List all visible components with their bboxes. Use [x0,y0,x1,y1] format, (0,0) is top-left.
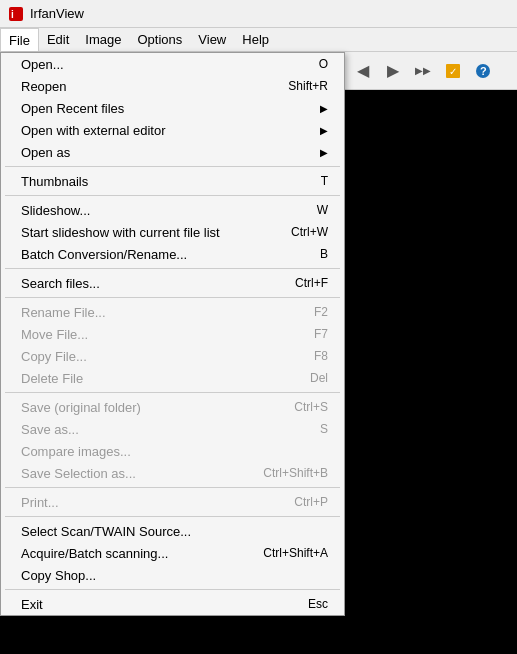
menu-separator-13 [5,297,340,298]
menu-item-print---: Print...Ctrl+P [1,491,344,513]
menu-item-reopen[interactable]: ReopenShift+R [1,75,344,97]
menu-item-label: Copy Shop... [21,568,328,583]
menu-item-compare-images---: Compare images... [1,440,344,462]
menu-image[interactable]: Image [77,28,129,51]
help-icon[interactable]: ? [469,57,497,85]
menu-item-label: Batch Conversion/Rename... [21,247,300,262]
menu-item-shortcut: S [320,422,328,436]
menu-item-label: Delete File [21,371,290,386]
menu-item-label: Slideshow... [21,203,297,218]
menu-item-label: Start slideshow with current file list [21,225,271,240]
menu-item-shortcut: Ctrl+Shift+B [263,466,328,480]
menu-item-label: Thumbnails [21,174,301,189]
menu-separator-5 [5,166,340,167]
menu-bar: File Edit Image Options View Help [0,28,517,52]
menu-item-shortcut: W [317,203,328,217]
menu-file[interactable]: File [0,28,39,51]
menu-item-label: Move File... [21,327,294,342]
menu-help[interactable]: Help [234,28,277,51]
file-dropdown-menu: Open...OReopenShift+ROpen Recent files▶O… [0,52,345,616]
menu-item-label: Exit [21,597,288,612]
app-title: IrfanView [30,6,84,21]
menu-item-open-recent-files[interactable]: Open Recent files▶ [1,97,344,119]
menu-item-move-file---: Move File...F7 [1,323,344,345]
bookmark-icon[interactable]: ✓ [439,57,467,85]
next2-icon[interactable]: ▶▶ [409,57,437,85]
menu-edit[interactable]: Edit [39,28,77,51]
menu-item-label: Open as [21,145,312,160]
menu-item-start-slideshow-with-current-file-list[interactable]: Start slideshow with current file listCt… [1,221,344,243]
menu-item-label: Open Recent files [21,101,312,116]
menu-item-slideshow---[interactable]: Slideshow...W [1,199,344,221]
menu-item-label: Save Selection as... [21,466,243,481]
menu-separator-7 [5,195,340,196]
menu-item-shortcut: F2 [314,305,328,319]
menu-separator-18 [5,392,340,393]
menu-item-save--original-folder-: Save (original folder)Ctrl+S [1,396,344,418]
menu-item-shortcut: F8 [314,349,328,363]
menu-item-label: Select Scan/TWAIN Source... [21,524,328,539]
menu-item-save-as---: Save as...S [1,418,344,440]
menu-separator-29 [5,589,340,590]
menu-item-open-with-external-editor[interactable]: Open with external editor▶ [1,119,344,141]
menu-item-arrow-icon: ▶ [320,147,328,158]
menu-item-label: Save as... [21,422,300,437]
menu-item-shortcut: Ctrl+Shift+A [263,546,328,560]
menu-item-thumbnails[interactable]: ThumbnailsT [1,170,344,192]
app-icon: i [8,6,24,22]
menu-item-shortcut: Del [310,371,328,385]
next-icon[interactable]: ▶ [379,57,407,85]
menu-item-shortcut: Esc [308,597,328,611]
menu-item-rename-file---: Rename File...F2 [1,301,344,323]
menu-item-shortcut: Ctrl+W [291,225,328,239]
menu-item-shortcut: B [320,247,328,261]
menu-item-shortcut: O [319,57,328,71]
menu-item-label: Save (original folder) [21,400,274,415]
toolbar: ◀ ▶ ▶▶ ✓ ? [345,52,517,90]
menu-item-delete-file: Delete FileDel [1,367,344,389]
menu-item-arrow-icon: ▶ [320,125,328,136]
menu-item-open-as[interactable]: Open as▶ [1,141,344,163]
menu-item-label: Acquire/Batch scanning... [21,546,243,561]
menu-item-open---[interactable]: Open...O [1,53,344,75]
menu-item-shortcut: Ctrl+F [295,276,328,290]
title-bar: i IrfanView [0,0,517,28]
svg-text:i: i [11,9,14,20]
menu-item-copy-shop---[interactable]: Copy Shop... [1,564,344,586]
menu-item-copy-file---: Copy File...F8 [1,345,344,367]
menu-item-shortcut: Ctrl+P [294,495,328,509]
menu-item-save-selection-as---: Save Selection as...Ctrl+Shift+B [1,462,344,484]
menu-item-select-scan-twain-source---[interactable]: Select Scan/TWAIN Source... [1,520,344,542]
menu-item-label: Open... [21,57,299,72]
menu-item-shortcut: T [321,174,328,188]
menu-item-label: Reopen [21,79,268,94]
menu-item-shortcut: Ctrl+S [294,400,328,414]
menu-view[interactable]: View [190,28,234,51]
menu-item-label: Copy File... [21,349,294,364]
svg-text:?: ? [480,65,487,77]
menu-item-acquire-batch-scanning---[interactable]: Acquire/Batch scanning...Ctrl+Shift+A [1,542,344,564]
menu-item-label: Compare images... [21,444,328,459]
menu-separator-25 [5,516,340,517]
menu-item-label: Print... [21,495,274,510]
menu-item-shortcut: F7 [314,327,328,341]
menu-item-exit[interactable]: ExitEsc [1,593,344,615]
menu-item-shortcut: Shift+R [288,79,328,93]
menu-item-label: Open with external editor [21,123,312,138]
menu-separator-23 [5,487,340,488]
menu-item-batch-conversion-rename---[interactable]: Batch Conversion/Rename...B [1,243,344,265]
menu-item-search-files---[interactable]: Search files...Ctrl+F [1,272,344,294]
menu-item-label: Search files... [21,276,275,291]
menu-item-label: Rename File... [21,305,294,320]
menu-item-arrow-icon: ▶ [320,103,328,114]
svg-text:✓: ✓ [449,66,457,77]
menu-separator-11 [5,268,340,269]
prev-icon[interactable]: ◀ [349,57,377,85]
menu-options[interactable]: Options [130,28,191,51]
